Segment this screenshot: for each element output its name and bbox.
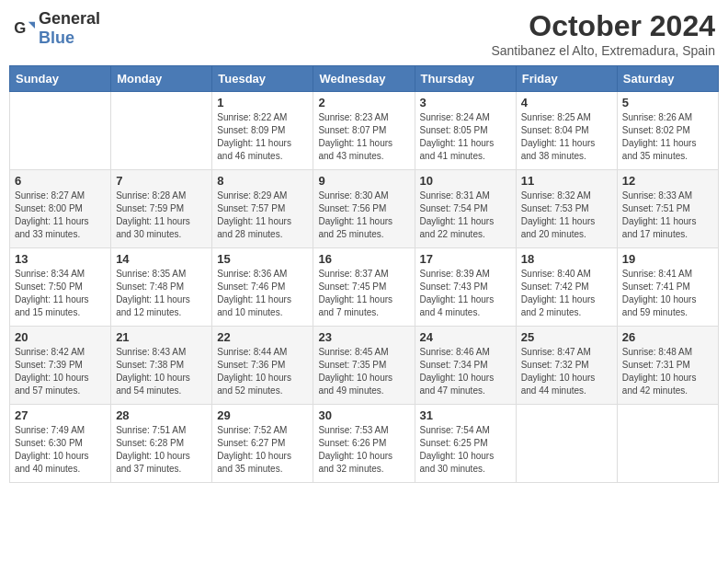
day-header-saturday: Saturday: [617, 66, 718, 92]
calendar-week-row: 27Sunrise: 7:49 AM Sunset: 6:30 PM Dayli…: [10, 405, 719, 483]
day-info: Sunrise: 8:23 AM Sunset: 8:07 PM Dayligh…: [318, 111, 409, 163]
day-number: 6: [15, 174, 106, 188]
day-number: 12: [622, 174, 713, 188]
day-info: Sunrise: 8:26 AM Sunset: 8:02 PM Dayligh…: [622, 111, 713, 163]
calendar-cell: 3Sunrise: 8:24 AM Sunset: 8:05 PM Daylig…: [415, 92, 516, 170]
day-number: 7: [116, 174, 207, 188]
day-info: Sunrise: 7:53 AM Sunset: 6:26 PM Dayligh…: [318, 424, 409, 476]
calendar-cell: 9Sunrise: 8:30 AM Sunset: 7:56 PM Daylig…: [313, 170, 415, 248]
day-number: 13: [15, 252, 106, 266]
calendar-cell: 7Sunrise: 8:28 AM Sunset: 7:59 PM Daylig…: [111, 170, 212, 248]
calendar-cell: 1Sunrise: 8:22 AM Sunset: 8:09 PM Daylig…: [212, 92, 313, 170]
calendar-week-row: 6Sunrise: 8:27 AM Sunset: 8:00 PM Daylig…: [10, 170, 719, 248]
calendar-cell: 24Sunrise: 8:46 AM Sunset: 7:34 PM Dayli…: [415, 327, 516, 405]
day-info: Sunrise: 8:41 AM Sunset: 7:41 PM Dayligh…: [622, 268, 713, 319]
calendar-cell: 30Sunrise: 7:53 AM Sunset: 6:26 PM Dayli…: [313, 405, 415, 483]
calendar-cell: 4Sunrise: 8:25 AM Sunset: 8:04 PM Daylig…: [516, 92, 617, 170]
day-number: 2: [318, 96, 409, 109]
day-info: Sunrise: 8:28 AM Sunset: 7:59 PM Dayligh…: [116, 190, 207, 241]
calendar-cell: 12Sunrise: 8:33 AM Sunset: 7:51 PM Dayli…: [617, 170, 718, 248]
calendar-cell: 31Sunrise: 7:54 AM Sunset: 6:25 PM Dayli…: [415, 405, 516, 483]
day-number: 14: [116, 252, 207, 266]
calendar-cell: 2Sunrise: 8:23 AM Sunset: 8:07 PM Daylig…: [313, 92, 415, 170]
day-info: Sunrise: 8:24 AM Sunset: 8:05 PM Dayligh…: [420, 111, 511, 163]
location-subtitle: Santibanez el Alto, Extremadura, Spain: [491, 43, 715, 58]
day-header-tuesday: Tuesday: [212, 66, 313, 92]
logo-general: General: [39, 9, 100, 28]
day-header-sunday: Sunday: [10, 66, 111, 92]
day-header-monday: Monday: [111, 66, 212, 92]
day-info: Sunrise: 8:33 AM Sunset: 7:51 PM Dayligh…: [622, 190, 713, 241]
calendar-cell: 13Sunrise: 8:34 AM Sunset: 7:50 PM Dayli…: [10, 248, 111, 327]
month-title: October 2024: [491, 9, 715, 43]
calendar-cell: 23Sunrise: 8:45 AM Sunset: 7:35 PM Dayli…: [313, 327, 415, 405]
day-info: Sunrise: 8:34 AM Sunset: 7:50 PM Dayligh…: [15, 268, 106, 319]
day-number: 11: [521, 174, 612, 188]
calendar-cell: 15Sunrise: 8:36 AM Sunset: 7:46 PM Dayli…: [212, 248, 313, 327]
day-number: 16: [318, 252, 409, 266]
day-info: Sunrise: 8:46 AM Sunset: 7:34 PM Dayligh…: [420, 346, 511, 397]
calendar-table: SundayMondayTuesdayWednesdayThursdayFrid…: [9, 65, 719, 483]
day-info: Sunrise: 8:40 AM Sunset: 7:42 PM Dayligh…: [521, 268, 612, 319]
title-section: October 2024 Santibanez el Alto, Extrema…: [491, 9, 715, 58]
day-number: 4: [521, 96, 612, 109]
svg-text:G: G: [14, 19, 26, 37]
day-info: Sunrise: 8:37 AM Sunset: 7:45 PM Dayligh…: [318, 268, 409, 319]
calendar-cell: 10Sunrise: 8:31 AM Sunset: 7:54 PM Dayli…: [415, 170, 516, 248]
calendar-cell: 22Sunrise: 8:44 AM Sunset: 7:36 PM Dayli…: [212, 327, 313, 405]
day-info: Sunrise: 8:42 AM Sunset: 7:39 PM Dayligh…: [15, 346, 106, 397]
calendar-cell: 21Sunrise: 8:43 AM Sunset: 7:38 PM Dayli…: [111, 327, 212, 405]
calendar-cell: 27Sunrise: 7:49 AM Sunset: 6:30 PM Dayli…: [10, 405, 111, 483]
day-info: Sunrise: 8:47 AM Sunset: 7:32 PM Dayligh…: [521, 346, 612, 397]
calendar-cell: 16Sunrise: 8:37 AM Sunset: 7:45 PM Dayli…: [313, 248, 415, 327]
logo-blue: Blue: [39, 29, 74, 47]
calendar-cell: 20Sunrise: 8:42 AM Sunset: 7:39 PM Dayli…: [10, 327, 111, 405]
day-number: 21: [116, 330, 207, 344]
day-number: 31: [420, 408, 511, 422]
day-info: Sunrise: 8:48 AM Sunset: 7:31 PM Dayligh…: [622, 346, 713, 397]
calendar-week-row: 1Sunrise: 8:22 AM Sunset: 8:09 PM Daylig…: [10, 92, 719, 170]
day-number: 29: [217, 408, 308, 422]
day-info: Sunrise: 8:29 AM Sunset: 7:57 PM Dayligh…: [217, 190, 308, 241]
day-number: 18: [521, 252, 612, 266]
calendar-cell: [516, 405, 617, 483]
logo-icon: G: [13, 17, 35, 40]
day-header-thursday: Thursday: [415, 66, 516, 92]
day-number: 28: [116, 408, 207, 422]
calendar-cell: 29Sunrise: 7:52 AM Sunset: 6:27 PM Dayli…: [212, 405, 313, 483]
calendar-week-row: 20Sunrise: 8:42 AM Sunset: 7:39 PM Dayli…: [10, 327, 719, 405]
calendar-cell: [111, 92, 212, 170]
day-info: Sunrise: 7:52 AM Sunset: 6:27 PM Dayligh…: [217, 424, 308, 476]
calendar-cell: [617, 405, 718, 483]
day-number: 25: [521, 330, 612, 344]
day-info: Sunrise: 8:45 AM Sunset: 7:35 PM Dayligh…: [318, 346, 409, 397]
day-info: Sunrise: 8:31 AM Sunset: 7:54 PM Dayligh…: [420, 190, 511, 241]
calendar-cell: 11Sunrise: 8:32 AM Sunset: 7:53 PM Dayli…: [516, 170, 617, 248]
calendar-cell: 26Sunrise: 8:48 AM Sunset: 7:31 PM Dayli…: [617, 327, 718, 405]
calendar-cell: [10, 92, 111, 170]
day-number: 22: [217, 330, 308, 344]
day-header-friday: Friday: [516, 66, 617, 92]
day-number: 9: [318, 174, 409, 188]
calendar-cell: 14Sunrise: 8:35 AM Sunset: 7:48 PM Dayli…: [111, 248, 212, 327]
day-number: 10: [420, 174, 511, 188]
calendar-cell: 5Sunrise: 8:26 AM Sunset: 8:02 PM Daylig…: [617, 92, 718, 170]
day-info: Sunrise: 8:25 AM Sunset: 8:04 PM Dayligh…: [521, 111, 612, 163]
day-info: Sunrise: 7:54 AM Sunset: 6:25 PM Dayligh…: [420, 424, 511, 476]
day-number: 26: [622, 330, 713, 344]
day-info: Sunrise: 8:27 AM Sunset: 8:00 PM Dayligh…: [15, 190, 106, 241]
calendar-cell: 18Sunrise: 8:40 AM Sunset: 7:42 PM Dayli…: [516, 248, 617, 327]
calendar-cell: 25Sunrise: 8:47 AM Sunset: 7:32 PM Dayli…: [516, 327, 617, 405]
day-number: 19: [622, 252, 713, 266]
day-info: Sunrise: 8:22 AM Sunset: 8:09 PM Dayligh…: [217, 111, 308, 163]
calendar-cell: 8Sunrise: 8:29 AM Sunset: 7:57 PM Daylig…: [212, 170, 313, 248]
day-info: Sunrise: 8:32 AM Sunset: 7:53 PM Dayligh…: [521, 190, 612, 241]
day-info: Sunrise: 8:36 AM Sunset: 7:46 PM Dayligh…: [217, 268, 308, 319]
day-info: Sunrise: 8:44 AM Sunset: 7:36 PM Dayligh…: [217, 346, 308, 397]
calendar-cell: 6Sunrise: 8:27 AM Sunset: 8:00 PM Daylig…: [10, 170, 111, 248]
calendar-cell: 19Sunrise: 8:41 AM Sunset: 7:41 PM Dayli…: [617, 248, 718, 327]
calendar-week-row: 13Sunrise: 8:34 AM Sunset: 7:50 PM Dayli…: [10, 248, 719, 327]
day-info: Sunrise: 7:49 AM Sunset: 6:30 PM Dayligh…: [15, 424, 106, 476]
day-info: Sunrise: 8:30 AM Sunset: 7:56 PM Dayligh…: [318, 190, 409, 241]
day-number: 23: [318, 330, 409, 344]
